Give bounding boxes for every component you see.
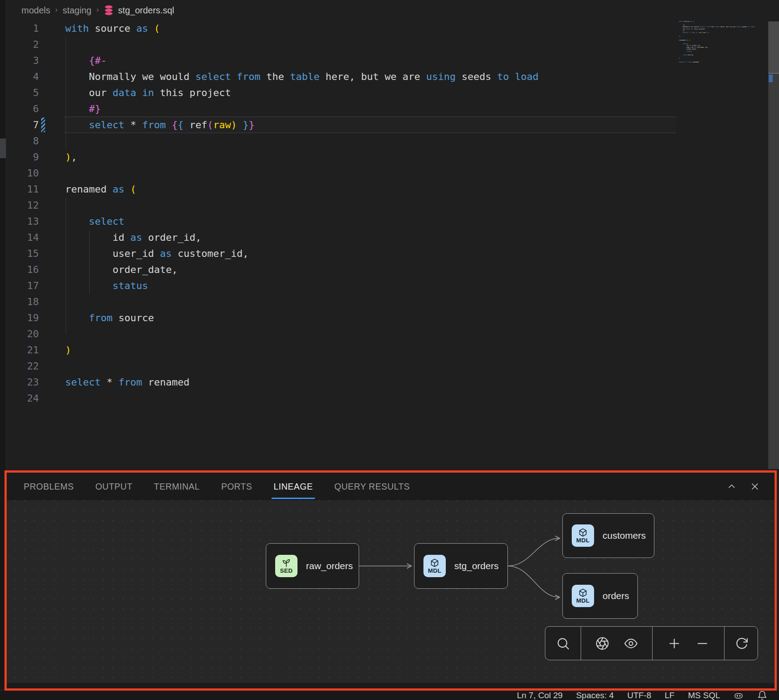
panel-tab-lineage[interactable]: LINEAGE bbox=[273, 473, 313, 500]
lineage-node-orders[interactable]: MDL orders bbox=[562, 573, 638, 619]
panel-tab-query-results[interactable]: QUERY RESULTS bbox=[335, 473, 410, 500]
status-ms-sql[interactable]: MS SQL bbox=[688, 691, 720, 700]
line-number: 6 bbox=[6, 101, 39, 117]
code-line-23[interactable]: 23select * from renamed bbox=[6, 374, 779, 390]
code-line-10[interactable]: 10 bbox=[6, 165, 779, 181]
cube-icon bbox=[578, 528, 588, 537]
code-line-2[interactable]: 2 bbox=[6, 37, 779, 53]
breadcrumb-file[interactable]: stg_orders.sql bbox=[104, 5, 174, 16]
node-badge-model: MDL bbox=[572, 524, 594, 547]
vscode-window: models›staging› stg_orders.sql 1with sou… bbox=[0, 0, 779, 700]
notifications-bell[interactable] bbox=[757, 690, 767, 700]
refresh-button[interactable] bbox=[735, 637, 749, 650]
line-number: 5 bbox=[6, 85, 39, 101]
code-line-16[interactable]: 16 order_date, bbox=[6, 262, 779, 278]
toolbar-section bbox=[581, 627, 653, 660]
lineage-toolbar bbox=[545, 626, 758, 660]
code-line-4[interactable]: 4 Normally we would select from the tabl… bbox=[6, 69, 779, 85]
panel-tab-output[interactable]: OUTPUT bbox=[95, 473, 132, 500]
breadcrumb-item-models[interactable]: models bbox=[21, 5, 50, 16]
code-editor[interactable]: 1with source as (23 {#-4 Normally we wou… bbox=[6, 21, 779, 470]
code-line-13[interactable]: 13 select bbox=[6, 214, 779, 230]
code-line-6[interactable]: 6 #} bbox=[6, 101, 779, 117]
node-label: orders bbox=[603, 591, 629, 601]
close-icon bbox=[750, 481, 760, 492]
bottom-panel: PROBLEMSOUTPUTTERMINALPORTSLINEAGEQUERY … bbox=[7, 473, 775, 688]
status-spaces-4[interactable]: Spaces: 4 bbox=[576, 691, 614, 700]
scrollbar-thumb[interactable] bbox=[768, 21, 779, 74]
copilot-status[interactable] bbox=[733, 690, 744, 700]
lineage-node-stg_orders[interactable]: MDL stg_orders bbox=[414, 543, 508, 589]
cube-icon bbox=[578, 588, 588, 598]
line-number: 16 bbox=[6, 262, 39, 278]
line-number: 10 bbox=[6, 165, 39, 181]
panel-tab-bar: PROBLEMSOUTPUTTERMINALPORTSLINEAGEQUERY … bbox=[7, 473, 775, 500]
panel-tab-ports[interactable]: PORTS bbox=[221, 473, 252, 500]
sidebar-scroll-indicator[interactable] bbox=[0, 138, 6, 158]
line-number: 3 bbox=[6, 53, 39, 69]
line-number: 2 bbox=[6, 37, 39, 53]
line-number: 22 bbox=[6, 358, 39, 374]
code-line-11[interactable]: 11renamed as ( bbox=[6, 181, 779, 197]
close-panel-button[interactable] bbox=[750, 481, 760, 492]
editor-scrollbar[interactable] bbox=[768, 21, 779, 469]
status-utf-8[interactable]: UTF-8 bbox=[627, 691, 651, 700]
code-line-24[interactable]: 24 bbox=[6, 390, 779, 407]
line-number: 20 bbox=[6, 326, 39, 342]
toolbar-section bbox=[725, 627, 758, 660]
line-number: 18 bbox=[6, 294, 39, 310]
node-badge-label: MDL bbox=[576, 537, 590, 544]
maximize-panel-button[interactable] bbox=[726, 481, 737, 492]
panel-tab-problems[interactable]: PROBLEMS bbox=[24, 473, 74, 500]
node-badge-model: MDL bbox=[423, 555, 446, 577]
toolbar-section bbox=[653, 627, 725, 660]
code-line-3[interactable]: 3 {#- bbox=[6, 53, 779, 69]
status-lf[interactable]: LF bbox=[665, 691, 674, 700]
code-line-18[interactable]: 18 bbox=[6, 294, 779, 310]
code-line-17[interactable]: 17 status bbox=[6, 278, 779, 294]
code-line-8[interactable]: 8 bbox=[6, 133, 779, 149]
code-line-1[interactable]: 1with source as ( bbox=[6, 21, 779, 37]
code-line-20[interactable]: 20 bbox=[6, 326, 779, 342]
node-badge-label: SED bbox=[280, 567, 293, 574]
aperture-button[interactable] bbox=[595, 637, 609, 650]
code-line-22[interactable]: 22 bbox=[6, 358, 779, 374]
line-number: 11 bbox=[6, 181, 39, 197]
breadcrumb-item-staging[interactable]: staging bbox=[63, 5, 92, 16]
panel-actions bbox=[726, 481, 775, 492]
copilot-icon bbox=[733, 690, 744, 700]
code-line-7[interactable]: 7 select * from {{ ref(raw) }} bbox=[6, 117, 779, 133]
zoom-in-button[interactable] bbox=[667, 637, 681, 650]
code-line-12[interactable]: 12 bbox=[6, 197, 779, 214]
line-number: 24 bbox=[6, 390, 39, 407]
line-number: 17 bbox=[6, 278, 39, 294]
panel-tab-terminal[interactable]: TERMINAL bbox=[154, 473, 200, 500]
toolbar-section bbox=[545, 627, 581, 660]
eye-button[interactable] bbox=[624, 637, 638, 650]
lineage-canvas[interactable]: SED raw_orders MDL stg_orders MDL custom… bbox=[7, 500, 775, 683]
status-ln-7-col-29[interactable]: Ln 7, Col 29 bbox=[517, 691, 562, 700]
node-label: raw_orders bbox=[306, 561, 353, 571]
chevron-up-icon bbox=[726, 481, 737, 492]
code-line-5[interactable]: 5 our data in this project bbox=[6, 85, 779, 101]
line-number: 21 bbox=[6, 342, 39, 358]
line-number: 7 bbox=[6, 117, 39, 133]
lineage-node-raw_orders[interactable]: SED raw_orders bbox=[266, 543, 359, 589]
search-button[interactable] bbox=[556, 637, 570, 650]
code-line-21[interactable]: 21) bbox=[6, 342, 779, 358]
line-number: 15 bbox=[6, 246, 39, 262]
line-number: 13 bbox=[6, 214, 39, 230]
cube-icon bbox=[430, 558, 440, 568]
code-line-15[interactable]: 15 user_id as customer_id, bbox=[6, 246, 779, 262]
line-number: 9 bbox=[6, 149, 39, 165]
breadcrumb-separator: › bbox=[96, 5, 99, 14]
node-badge-label: MDL bbox=[576, 597, 590, 604]
minimap[interactable]: with source as ( {#- Normally we would s… bbox=[679, 21, 762, 65]
code-line-9[interactable]: 9), bbox=[6, 149, 779, 165]
code-line-14[interactable]: 14 id as order_id, bbox=[6, 230, 779, 246]
code-line-19[interactable]: 19 from source bbox=[6, 310, 779, 326]
collapsed-sidebar-strip bbox=[0, 0, 6, 689]
lineage-node-customers[interactable]: MDL customers bbox=[562, 513, 654, 558]
node-badge-seed: SED bbox=[275, 555, 297, 577]
zoom-out-button[interactable] bbox=[695, 637, 709, 650]
